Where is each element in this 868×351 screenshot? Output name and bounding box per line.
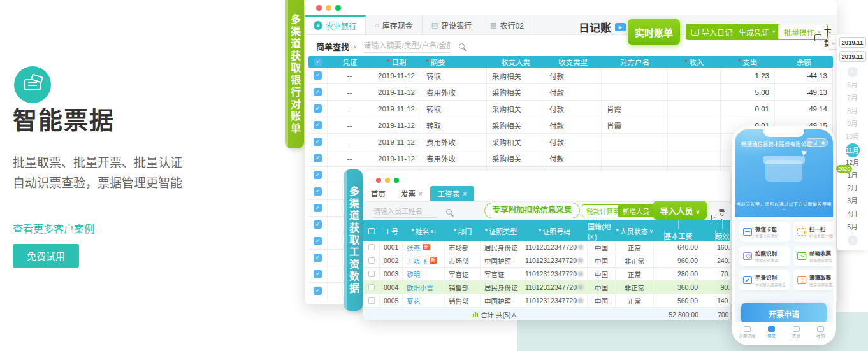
row-checkbox[interactable] xyxy=(308,217,328,233)
header-checkbox-cell[interactable] xyxy=(308,56,328,68)
nav-item-3[interactable]: 我的 xyxy=(809,322,834,342)
deduction-banner[interactable]: 专享附加扣除信息采集 xyxy=(484,203,580,218)
period-rail: 2019.11 2019.11 ∧ 6月 7月 8月 9月 10月 11月 12… xyxy=(837,34,868,250)
cell-date: 2019-11-12 xyxy=(372,150,421,166)
pen-icon xyxy=(743,276,752,284)
col-status[interactable]: *人员状态∨ xyxy=(616,220,654,242)
scroll-down-icon[interactable]: ∧ xyxy=(848,235,858,245)
search-mode-dropdown[interactable]: 简单查找 xyxy=(316,40,349,52)
month-item[interactable]: 2020 1月 xyxy=(837,169,868,182)
month-item[interactable]: 11月 xyxy=(837,143,868,155)
add-staff-button[interactable]: 新增人员 xyxy=(618,204,654,217)
nav-item-2[interactable]: 查验 xyxy=(784,322,809,342)
masked-digits xyxy=(578,271,583,276)
close-window-icon[interactable] xyxy=(376,178,381,183)
row-checkbox[interactable] xyxy=(308,150,328,166)
row-checkbox[interactable] xyxy=(308,167,328,183)
month-item[interactable]: 2月 xyxy=(837,182,868,194)
row-checkbox[interactable] xyxy=(308,233,328,249)
invoice-source-card[interactable]: 扫一扫 扫描发票二维码 xyxy=(793,222,833,242)
month-item[interactable]: 4月 xyxy=(837,208,868,220)
staff-name-link[interactable]: 欧阳小雪 xyxy=(407,283,433,292)
card-subtitle: 邮箱收取发票 xyxy=(809,257,832,263)
exit-miniapp-icon[interactable]: ◉ xyxy=(821,140,825,145)
invoice-source-card[interactable]: 微信卡包 发票卡包添加 xyxy=(739,222,790,242)
realtime-bill-button[interactable]: 实时账单 xyxy=(628,19,680,45)
tab-invoice[interactable]: 发票× xyxy=(393,186,430,201)
row-checkbox[interactable] xyxy=(363,254,380,267)
tab-bank-abc02[interactable]: ▦ 农行02 xyxy=(481,15,533,34)
invoice-source-card[interactable]: 拍照识别 拍照识别发票 xyxy=(739,246,790,266)
row-checkbox[interactable] xyxy=(363,281,380,294)
generate-voucher-button[interactable]: 生成凭证 ∨ xyxy=(733,24,782,40)
row-checkbox[interactable] xyxy=(363,294,380,307)
import-staff-button[interactable]: 导入人员 ∨ xyxy=(653,201,707,220)
close-tab-icon[interactable]: × xyxy=(419,190,423,197)
month-item[interactable]: 9月 xyxy=(837,118,868,130)
tab-label: 农业银行 xyxy=(326,20,356,31)
customer-cases-link[interactable]: 查看更多客户案例 xyxy=(13,220,94,236)
search-icon[interactable] xyxy=(446,209,452,215)
month-item[interactable]: 3月 xyxy=(837,195,868,207)
close-window-icon[interactable] xyxy=(316,5,322,11)
cell-counterparty xyxy=(602,68,668,83)
period-from-input[interactable]: 2019.11 xyxy=(839,37,866,48)
footer-total-base: 52,800.00 xyxy=(669,311,702,319)
month-item[interactable]: 5月 xyxy=(837,221,868,233)
row-checkbox[interactable] xyxy=(308,101,328,117)
staff-name-link[interactable]: 夏花 xyxy=(407,296,420,306)
close-tab-icon[interactable]: × xyxy=(463,190,467,197)
month-item[interactable]: 10月 xyxy=(837,131,868,143)
tab-cash[interactable]: ⌂ 库存现金 xyxy=(366,15,423,34)
row-checkbox[interactable] xyxy=(363,268,380,280)
row-checkbox[interactable] xyxy=(308,84,328,100)
staff-name-link[interactable]: 张燕 xyxy=(407,243,420,252)
free-trial-button[interactable]: 免费试用 xyxy=(13,244,79,268)
ribbon-bank-statement: 多渠道获取银行对账单 xyxy=(285,0,304,148)
row-checkbox[interactable] xyxy=(308,183,328,199)
row-checkbox[interactable] xyxy=(363,241,380,254)
smart-invoice-icon xyxy=(14,66,51,103)
month-item[interactable]: 8月 xyxy=(837,105,868,117)
invoice-source-card[interactable]: 邮箱收票 邮箱收取发票 xyxy=(793,246,833,266)
row-checkbox[interactable] xyxy=(308,68,328,83)
tab-salary[interactable]: 工资表× xyxy=(430,186,474,201)
scroll-up-icon[interactable]: ∧ xyxy=(848,67,858,77)
video-guide-icon[interactable]: ▶ xyxy=(615,23,626,31)
month-item[interactable]: 7月 xyxy=(837,92,868,104)
minimize-window-icon[interactable] xyxy=(326,5,331,11)
tab-home[interactable]: 首页 xyxy=(363,186,393,201)
journal-search-input[interactable] xyxy=(364,39,450,53)
staff-name-link[interactable]: 黎明 xyxy=(407,269,420,279)
nav-item-1[interactable]: 票夹 xyxy=(760,322,785,342)
month-item[interactable]: 6月 xyxy=(837,79,868,91)
tab-bank-abc[interactable]: ¥ 农业银行 xyxy=(305,15,366,34)
minimize-window-icon[interactable] xyxy=(385,178,390,183)
row-checkbox[interactable] xyxy=(308,117,328,133)
maximize-window-icon[interactable] xyxy=(335,5,341,11)
masked-digits xyxy=(578,245,583,250)
row-checkbox[interactable] xyxy=(308,134,328,150)
cell-balance: -49.14 xyxy=(775,101,833,117)
header-checkbox-cell[interactable] xyxy=(363,220,380,242)
period-to-input[interactable]: 2019.11 xyxy=(839,51,866,62)
row-checkbox[interactable] xyxy=(308,200,328,216)
cell-type: 付款 xyxy=(544,150,602,166)
staff-name-link[interactable]: 王晓飞 xyxy=(407,256,427,266)
nav-item-0[interactable]: 开票进度 xyxy=(735,322,760,342)
invoice-source-card[interactable]: 漂漂取票 去漂漂收取发票 xyxy=(793,270,833,290)
tab-bank-ccb[interactable]: ▤ 建设银行 xyxy=(423,15,481,34)
maximize-window-icon[interactable] xyxy=(394,178,399,183)
more-options-icon[interactable]: ••• xyxy=(807,140,812,145)
sort-icon[interactable]: ≡↓ xyxy=(431,229,437,234)
invoice-request-button[interactable]: 开票申请 xyxy=(741,303,827,324)
invoice-source-card[interactable]: 手录识别 手动录入发票信息 xyxy=(739,270,790,290)
cell-date: 2019-11-12 xyxy=(372,101,421,117)
cell-counterparty xyxy=(602,134,668,150)
row-checkbox[interactable] xyxy=(308,250,328,266)
search-icon[interactable] xyxy=(459,43,465,49)
phone-bottom-nav: 开票进度 票夹 查验 我的 xyxy=(735,322,833,342)
staff-search-input[interactable] xyxy=(373,206,437,218)
row-checkbox[interactable] xyxy=(308,266,328,282)
row-checkbox[interactable] xyxy=(308,283,328,299)
